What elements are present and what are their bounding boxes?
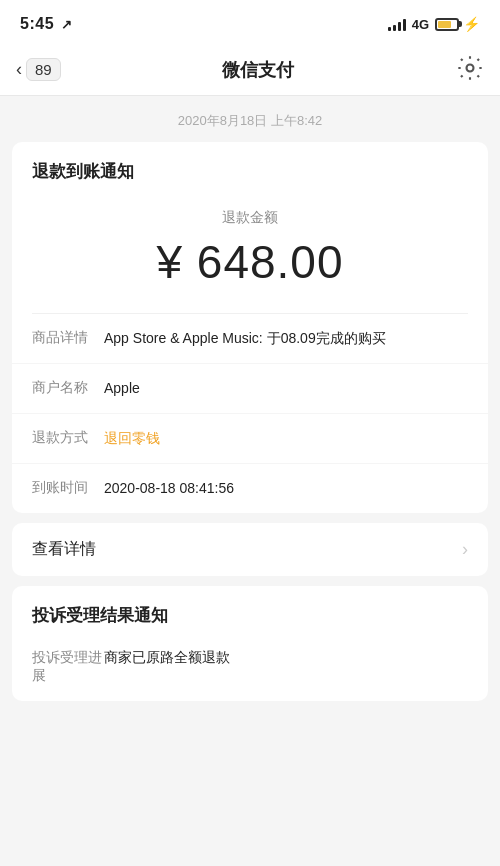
detail-row-method: 退款方式 退回零钱 <box>12 414 488 464</box>
refund-amount-value: ¥ 648.00 <box>156 235 343 289</box>
network-type: 4G <box>412 17 429 32</box>
detail-label-method: 退款方式 <box>32 428 104 449</box>
detail-label-time: 到账时间 <box>32 478 104 499</box>
detail-value-merchant: Apple <box>104 378 468 399</box>
back-chevron-icon: ‹ <box>16 59 22 80</box>
detail-value-product: App Store & Apple Music: 于08.09完成的购买 <box>104 328 468 349</box>
location-icon: ↗ <box>61 17 73 32</box>
detail-row-product: 商品详情 App Store & Apple Music: 于08.09完成的购… <box>12 314 488 364</box>
status-time: 5:45 ↗ <box>20 15 72 33</box>
detail-label-product: 商品详情 <box>32 328 104 349</box>
detail-value-method: 退回零钱 <box>104 428 468 449</box>
nav-bar: ‹ 89 微信支付 <box>0 44 500 96</box>
status-bar: 5:45 ↗ 4G ⚡ <box>0 0 500 44</box>
detail-row-time: 到账时间 2020-08-18 08:41:56 <box>12 464 488 513</box>
detail-label-merchant: 商户名称 <box>32 378 104 399</box>
complaint-progress-label: 投诉受理进展 <box>32 649 104 685</box>
chevron-right-icon: › <box>462 539 468 560</box>
back-count-badge: 89 <box>26 58 61 81</box>
complaint-notification-card: 投诉受理结果通知 投诉受理进展 商家已原路全额退款 <box>12 586 488 701</box>
battery-icon: ⚡ <box>435 16 480 32</box>
refund-amount-label: 退款金额 <box>222 209 278 227</box>
signal-icon <box>388 17 406 31</box>
refund-notification-card: 退款到账通知 退款金额 ¥ 648.00 商品详情 App Store & Ap… <box>12 142 488 513</box>
see-details-button[interactable]: 查看详情 › <box>12 523 488 576</box>
see-details-label: 查看详情 <box>32 539 96 560</box>
settings-button[interactable] <box>456 54 484 86</box>
page-title: 微信支付 <box>222 58 294 82</box>
detail-value-time: 2020-08-18 08:41:56 <box>104 478 468 499</box>
back-button[interactable]: ‹ 89 <box>16 58 61 81</box>
status-icons: 4G ⚡ <box>388 16 480 32</box>
message-timestamp: 2020年8月18日 上午8:42 <box>0 96 500 142</box>
complaint-progress-row: 投诉受理进展 商家已原路全额退款 <box>12 637 488 701</box>
time-text: 5:45 <box>20 15 54 32</box>
refund-card-title: 退款到账通知 <box>12 142 488 193</box>
refund-amount-section: 退款金额 ¥ 648.00 <box>12 193 488 313</box>
complaint-progress-value: 商家已原路全额退款 <box>104 649 230 685</box>
svg-point-0 <box>467 64 474 71</box>
complaint-card-title: 投诉受理结果通知 <box>12 586 488 637</box>
detail-row-merchant: 商户名称 Apple <box>12 364 488 414</box>
